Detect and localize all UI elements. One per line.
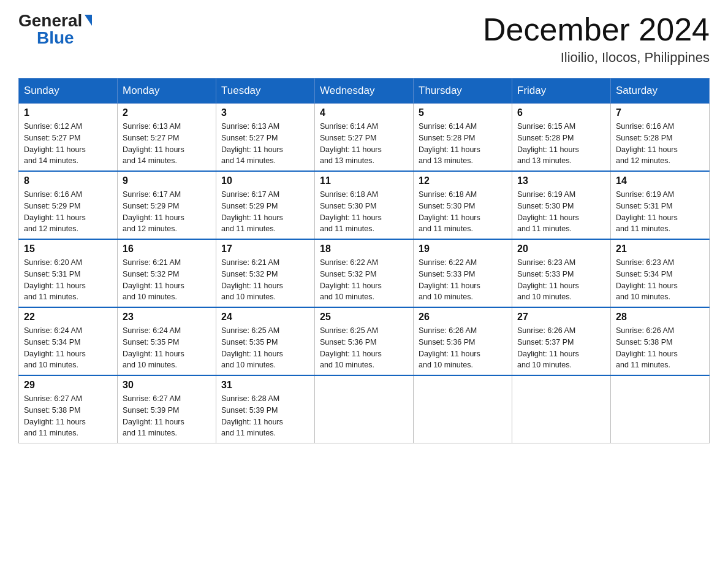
day-number: 19 [419, 243, 507, 255]
day-number: 30 [123, 380, 211, 391]
day-number: 24 [221, 312, 309, 323]
day-number: 17 [221, 243, 309, 255]
month-title: December 2024 [483, 12, 710, 47]
day-info: Sunrise: 6:17 AMSunset: 5:29 PMDaylight:… [123, 189, 211, 235]
calendar-cell: 19Sunrise: 6:22 AMSunset: 5:33 PMDayligh… [414, 239, 512, 307]
day-info: Sunrise: 6:21 AMSunset: 5:32 PMDaylight:… [123, 257, 211, 303]
day-info: Sunrise: 6:24 AMSunset: 5:35 PMDaylight:… [123, 325, 211, 371]
day-info: Sunrise: 6:19 AMSunset: 5:30 PMDaylight:… [517, 189, 605, 235]
day-info: Sunrise: 6:23 AMSunset: 5:34 PMDaylight:… [616, 257, 704, 303]
calendar-cell: 15Sunrise: 6:20 AMSunset: 5:31 PMDayligh… [19, 239, 118, 307]
day-number: 21 [616, 243, 704, 255]
day-info: Sunrise: 6:22 AMSunset: 5:32 PMDaylight:… [320, 257, 408, 303]
day-number: 15 [24, 243, 112, 255]
calendar-cell: 8Sunrise: 6:16 AMSunset: 5:29 PMDaylight… [19, 171, 118, 239]
day-info: Sunrise: 6:26 AMSunset: 5:38 PMDaylight:… [616, 325, 704, 371]
calendar-cell: 9Sunrise: 6:17 AMSunset: 5:29 PMDaylight… [118, 171, 216, 239]
calendar-cell: 16Sunrise: 6:21 AMSunset: 5:32 PMDayligh… [118, 239, 216, 307]
day-number: 12 [419, 175, 507, 186]
calendar-header-row: SundayMondayTuesdayWednesdayThursdayFrid… [19, 79, 710, 104]
day-number: 5 [419, 107, 507, 118]
title-block: December 2024 Ilioilio, Ilocos, Philippi… [483, 12, 710, 66]
calendar-week-row: 15Sunrise: 6:20 AMSunset: 5:31 PMDayligh… [19, 239, 710, 307]
day-info: Sunrise: 6:20 AMSunset: 5:31 PMDaylight:… [24, 257, 112, 303]
calendar-week-row: 8Sunrise: 6:16 AMSunset: 5:29 PMDaylight… [19, 171, 710, 239]
col-header-saturday: Saturday [611, 79, 710, 104]
calendar-cell: 1Sunrise: 6:12 AMSunset: 5:27 PMDaylight… [19, 104, 118, 172]
day-number: 28 [616, 312, 704, 323]
day-info: Sunrise: 6:14 AMSunset: 5:28 PMDaylight:… [419, 121, 507, 167]
calendar-cell: 31Sunrise: 6:28 AMSunset: 5:39 PMDayligh… [216, 375, 315, 443]
day-info: Sunrise: 6:14 AMSunset: 5:27 PMDaylight:… [320, 121, 408, 167]
calendar-cell [315, 375, 414, 443]
col-header-sunday: Sunday [19, 79, 118, 104]
location: Ilioilio, Ilocos, Philippines [483, 50, 710, 66]
calendar-cell: 26Sunrise: 6:26 AMSunset: 5:36 PMDayligh… [414, 307, 512, 375]
day-info: Sunrise: 6:26 AMSunset: 5:37 PMDaylight:… [517, 325, 605, 371]
day-number: 26 [419, 312, 507, 323]
col-header-friday: Friday [512, 79, 611, 104]
day-info: Sunrise: 6:21 AMSunset: 5:32 PMDaylight:… [221, 257, 309, 303]
day-number: 4 [320, 107, 408, 118]
col-header-thursday: Thursday [414, 79, 512, 104]
day-number: 18 [320, 243, 408, 255]
calendar-cell: 24Sunrise: 6:25 AMSunset: 5:35 PMDayligh… [216, 307, 315, 375]
day-info: Sunrise: 6:13 AMSunset: 5:27 PMDaylight:… [221, 121, 309, 167]
day-number: 16 [123, 243, 211, 255]
calendar-cell: 12Sunrise: 6:18 AMSunset: 5:30 PMDayligh… [414, 171, 512, 239]
calendar-cell: 25Sunrise: 6:25 AMSunset: 5:36 PMDayligh… [315, 307, 414, 375]
day-number: 13 [517, 175, 605, 186]
day-number: 27 [517, 312, 605, 323]
calendar-cell: 30Sunrise: 6:27 AMSunset: 5:39 PMDayligh… [118, 375, 216, 443]
day-info: Sunrise: 6:27 AMSunset: 5:38 PMDaylight:… [24, 393, 112, 439]
calendar-cell: 17Sunrise: 6:21 AMSunset: 5:32 PMDayligh… [216, 239, 315, 307]
day-info: Sunrise: 6:18 AMSunset: 5:30 PMDaylight:… [419, 189, 507, 235]
day-info: Sunrise: 6:16 AMSunset: 5:29 PMDaylight:… [24, 189, 112, 235]
calendar-cell: 22Sunrise: 6:24 AMSunset: 5:34 PMDayligh… [19, 307, 118, 375]
day-info: Sunrise: 6:23 AMSunset: 5:33 PMDaylight:… [517, 257, 605, 303]
day-number: 6 [517, 107, 605, 118]
day-info: Sunrise: 6:18 AMSunset: 5:30 PMDaylight:… [320, 189, 408, 235]
day-number: 3 [221, 107, 309, 118]
calendar-cell: 13Sunrise: 6:19 AMSunset: 5:30 PMDayligh… [512, 171, 611, 239]
day-number: 31 [221, 380, 309, 391]
calendar-cell: 28Sunrise: 6:26 AMSunset: 5:38 PMDayligh… [611, 307, 710, 375]
calendar-cell: 3Sunrise: 6:13 AMSunset: 5:27 PMDaylight… [216, 104, 315, 172]
day-number: 2 [123, 107, 211, 118]
calendar-week-row: 22Sunrise: 6:24 AMSunset: 5:34 PMDayligh… [19, 307, 710, 375]
calendar-week-row: 29Sunrise: 6:27 AMSunset: 5:38 PMDayligh… [19, 375, 710, 443]
calendar-cell [611, 375, 710, 443]
col-header-monday: Monday [118, 79, 216, 104]
calendar-cell: 18Sunrise: 6:22 AMSunset: 5:32 PMDayligh… [315, 239, 414, 307]
calendar-cell [512, 375, 611, 443]
day-number: 20 [517, 243, 605, 255]
day-number: 11 [320, 175, 408, 186]
day-number: 8 [24, 175, 112, 186]
calendar-cell: 20Sunrise: 6:23 AMSunset: 5:33 PMDayligh… [512, 239, 611, 307]
day-info: Sunrise: 6:28 AMSunset: 5:39 PMDaylight:… [221, 393, 309, 439]
day-info: Sunrise: 6:19 AMSunset: 5:31 PMDaylight:… [616, 189, 704, 235]
page-header: General Blue December 2024 Ilioilio, Ilo… [18, 12, 710, 66]
logo-triangle-icon [85, 15, 92, 26]
day-number: 29 [24, 380, 112, 391]
day-number: 22 [24, 312, 112, 323]
day-info: Sunrise: 6:15 AMSunset: 5:28 PMDaylight:… [517, 121, 605, 167]
calendar-cell: 4Sunrise: 6:14 AMSunset: 5:27 PMDaylight… [315, 104, 414, 172]
day-info: Sunrise: 6:25 AMSunset: 5:35 PMDaylight:… [221, 325, 309, 371]
day-info: Sunrise: 6:13 AMSunset: 5:27 PMDaylight:… [123, 121, 211, 167]
calendar-cell: 7Sunrise: 6:16 AMSunset: 5:28 PMDaylight… [611, 104, 710, 172]
day-number: 14 [616, 175, 704, 186]
day-info: Sunrise: 6:22 AMSunset: 5:33 PMDaylight:… [419, 257, 507, 303]
calendar-cell: 6Sunrise: 6:15 AMSunset: 5:28 PMDaylight… [512, 104, 611, 172]
day-info: Sunrise: 6:16 AMSunset: 5:28 PMDaylight:… [616, 121, 704, 167]
calendar-cell: 29Sunrise: 6:27 AMSunset: 5:38 PMDayligh… [19, 375, 118, 443]
day-number: 10 [221, 175, 309, 186]
calendar-cell: 11Sunrise: 6:18 AMSunset: 5:30 PMDayligh… [315, 171, 414, 239]
calendar-cell: 27Sunrise: 6:26 AMSunset: 5:37 PMDayligh… [512, 307, 611, 375]
day-info: Sunrise: 6:26 AMSunset: 5:36 PMDaylight:… [419, 325, 507, 371]
day-number: 1 [24, 107, 112, 118]
col-header-wednesday: Wednesday [315, 79, 414, 104]
logo: General Blue [18, 12, 92, 47]
day-info: Sunrise: 6:24 AMSunset: 5:34 PMDaylight:… [24, 325, 112, 371]
calendar-cell: 14Sunrise: 6:19 AMSunset: 5:31 PMDayligh… [611, 171, 710, 239]
